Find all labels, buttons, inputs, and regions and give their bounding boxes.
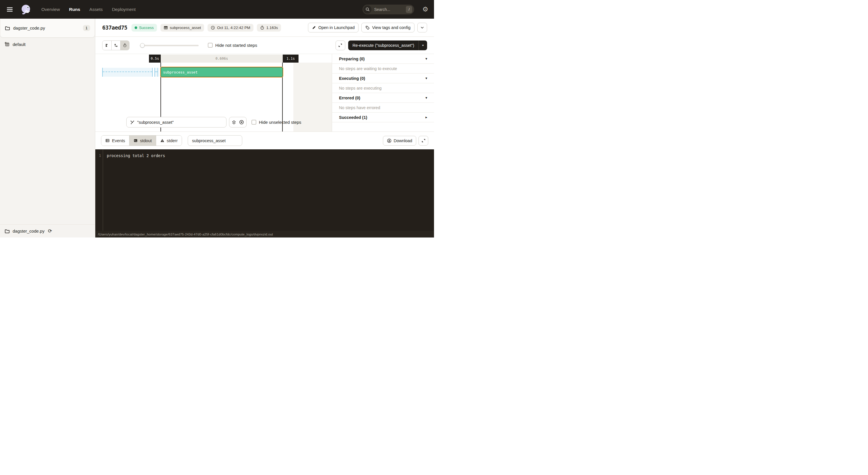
caret-down-icon: ▾ <box>425 57 427 61</box>
view-tags-config-button[interactable]: View tags and config <box>361 23 414 32</box>
section-preparing-title: Preparing (0) <box>339 57 365 61</box>
sidebar-item-code-location[interactable]: dagster_code.py 1 <box>0 19 95 38</box>
slider-track <box>140 45 198 46</box>
tag-icon <box>365 26 370 30</box>
view-mode-flat-button[interactable] <box>102 41 112 50</box>
section-preparing-header[interactable]: Preparing (0) ▾ <box>332 54 434 64</box>
circle-x-icon <box>239 120 244 125</box>
nav-item-overview[interactable]: Overview <box>41 7 60 12</box>
hide-not-started-checkbox[interactable] <box>208 43 213 48</box>
download-label: Download <box>394 139 412 143</box>
expand-icon <box>422 139 426 143</box>
log-fullscreen-button[interactable] <box>418 136 428 146</box>
run-header: 637aed75 Success subprocess_asset Oct 11… <box>95 19 434 37</box>
folder-icon <box>5 229 10 234</box>
run-header-actions: Open in Launchpad View tags and config <box>308 23 427 32</box>
log-file-path: /Users/yuhan/dev/local/dagster_home/stor… <box>98 233 273 236</box>
repository-icon <box>5 42 9 47</box>
log-output[interactable]: 1 processing total 2 orders <box>95 149 434 231</box>
reexecute-button[interactable]: Re-execute ("subprocess_asset") <box>348 40 418 50</box>
dagster-logo[interactable] <box>20 3 32 16</box>
run-actions-menu-button[interactable] <box>417 23 427 32</box>
gear-icon[interactable]: ⚙ <box>422 6 428 12</box>
warning-triangle-icon <box>160 139 164 143</box>
section-executing-header[interactable]: Executing (0) ▾ <box>332 73 434 83</box>
tab-stderr[interactable]: stderr <box>156 136 182 146</box>
sidebar-item-default[interactable]: default <box>0 38 95 51</box>
slider-thumb[interactable] <box>140 43 145 48</box>
reexecute-split-button: Re-execute ("subprocess_asset") ▾ <box>348 40 427 50</box>
main-content: 637aed75 Success subprocess_asset Oct 11… <box>95 19 434 237</box>
app-body: dagster_code.py 1 default dagster_code.p… <box>0 19 434 237</box>
open-in-launchpad-button[interactable]: Open in Launchpad <box>308 23 359 32</box>
clear-selection-button[interactable] <box>239 120 244 125</box>
reload-icon[interactable]: ⟳ <box>48 228 52 234</box>
tab-events[interactable]: Events <box>101 136 129 146</box>
pending-bar-segment <box>154 68 158 77</box>
search-shortcut-badge: / <box>406 6 412 13</box>
code-location-label: dagster_code.py <box>13 26 45 30</box>
log-step-filter-input[interactable]: subprocess_asset <box>188 135 242 146</box>
hide-unselected-row: Hide unselected steps <box>251 120 301 125</box>
caret-down-icon: ▾ <box>425 96 427 100</box>
success-dot-icon <box>135 26 137 29</box>
primary-nav: Overview Runs Assets Deployment <box>41 7 136 12</box>
gantt-toolbar: Hide not started steps Re-execute ("subp… <box>95 37 434 54</box>
run-count-badge: 1 <box>83 25 90 31</box>
footer-code-location-label: dagster_code.py <box>12 229 44 234</box>
top-nav: Overview Runs Assets Deployment Search..… <box>0 0 434 19</box>
asset-tag-label: subprocess_asset <box>170 26 201 30</box>
gantt-step-bar[interactable]: subprocess_asset <box>161 67 283 77</box>
hide-not-started-label: Hide not started steps <box>215 43 257 48</box>
empty-message: No steps are executing <box>339 86 381 90</box>
caret-right-icon: ▸ <box>425 115 427 119</box>
gantt-fullscreen-button[interactable] <box>336 40 345 50</box>
global-search-input[interactable]: Search... / <box>363 5 414 14</box>
section-succeeded-title: Succeeded (1) <box>339 115 367 120</box>
steps-panel: Preparing (0) ▾ No steps are waiting to … <box>332 54 434 131</box>
download-button[interactable]: Download <box>383 136 416 146</box>
log-path-bar: /Users/yuhan/dev/local/dagster_home/stor… <box>95 231 434 237</box>
tab-events-label: Events <box>112 138 125 143</box>
run-duration-label: 1.163s <box>267 26 278 30</box>
gantt-toolbar-right: Re-execute ("subprocess_asset") ▾ <box>336 40 427 50</box>
hide-unselected-checkbox[interactable] <box>251 120 256 125</box>
nav-item-runs[interactable]: Runs <box>69 7 81 12</box>
step-selection-value: "subprocess_asset" <box>137 120 174 125</box>
section-succeeded-header[interactable]: Succeeded (1) ▸ <box>332 113 434 122</box>
section-errored-empty: No steps have errored <box>332 103 434 113</box>
view-mode-waterfall-button[interactable] <box>112 41 120 50</box>
sidebar-footer: dagster_code.py ⟳ <box>0 224 95 237</box>
stopwatch-icon <box>123 43 127 48</box>
section-errored-header[interactable]: Errored (0) ▾ <box>332 93 434 103</box>
nav-item-assets[interactable]: Assets <box>89 7 103 12</box>
gantt-workspace: 0.5s 0.606s 1.1s subprocess_asset "subpr… <box>95 54 434 132</box>
section-executing-empty: No steps are executing <box>332 83 434 93</box>
hamburger-menu-icon[interactable] <box>6 5 14 13</box>
section-executing-title: Executing (0) <box>339 76 365 81</box>
log-line: 1 processing total 2 orders <box>95 149 434 158</box>
asset-tag-chip[interactable]: subprocess_asset <box>160 24 205 32</box>
timestamp-chip: Oct 11, 4:22:42 PM <box>208 24 253 32</box>
pending-bar-segment <box>102 68 153 77</box>
nav-item-deployment[interactable]: Deployment <box>112 7 136 12</box>
duration-chip: 1.163s <box>257 24 281 32</box>
sidebar: dagster_code.py 1 default dagster_code.p… <box>0 19 95 237</box>
step-selection-input[interactable]: "subprocess_asset" <box>126 117 226 127</box>
reexecute-options-button[interactable]: ▾ <box>418 40 427 50</box>
view-mode-timed-button[interactable] <box>120 41 129 50</box>
zoom-to-selection-button[interactable] <box>231 120 236 125</box>
default-repo-label: default <box>12 42 26 47</box>
selection-actions-group <box>229 117 247 127</box>
open-in-launchpad-label: Open in Launchpad <box>318 25 355 30</box>
gantt-view-mode-group <box>102 40 129 50</box>
step-duration-band: 0.606s <box>161 55 283 63</box>
gantt-zoom-slider[interactable] <box>140 43 198 48</box>
log-gutter <box>95 149 103 231</box>
expand-icon <box>338 43 342 48</box>
tab-stdout[interactable]: stdout <box>129 136 156 146</box>
gantt-chart: 0.5s 0.606s 1.1s subprocess_asset "subpr… <box>95 54 332 131</box>
flat-list-icon <box>105 43 109 48</box>
tab-stdout-label: stdout <box>140 138 152 143</box>
search-icon <box>363 5 371 13</box>
